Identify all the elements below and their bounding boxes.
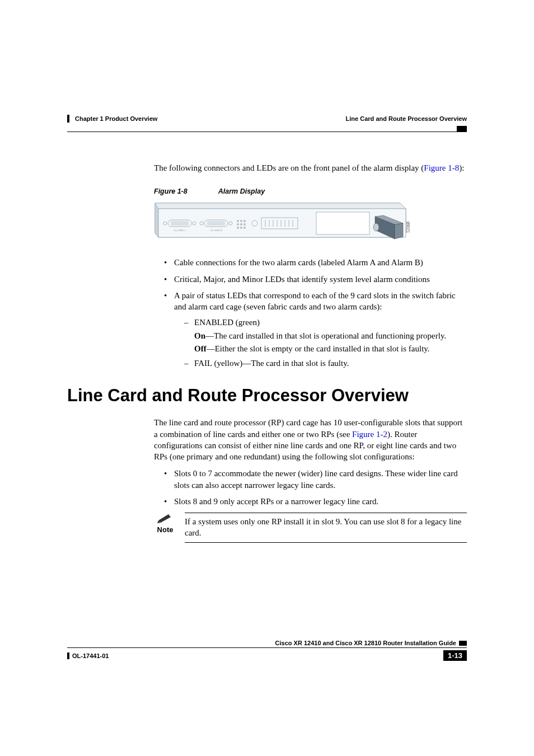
off-text: —Either the slot is empty or the card in… [207,344,430,353]
feature-list: Cable connections for the two alarm card… [154,257,467,369]
footer-marker-icon [459,641,467,646]
figure-link[interactable]: Figure 1-2 [352,430,387,439]
svg-rect-37 [316,212,369,234]
footer-bottom: OL-17441-01 1-13 [67,650,467,661]
figure-number: Figure 1-8 [154,187,188,195]
note-divider-bottom [185,542,467,543]
note-block: Note If a system uses only one RP instal… [154,513,467,543]
sub-list-item: ENABLED (green) On—The card installed in… [184,317,467,354]
on-description: On—The card installed in that slot is op… [194,330,467,341]
list-item: A pair of status LEDs that correspond to… [164,290,467,369]
main-paragraph: The line card and route processor (RP) c… [154,417,467,462]
svg-point-25 [240,227,242,229]
svg-point-21 [237,223,239,226]
alarm-display-diagram-icon: ALARM A ALARM B [154,202,411,247]
svg-point-20 [243,220,246,222]
note-content: If a system uses only one RP install it … [185,513,467,543]
figure-id-label: 53368 [406,222,411,233]
note-divider-top [185,513,467,513]
section-label: Line Card and Route Processor Overview [346,115,467,122]
list-item: Slots 8 and 9 only accept RPs or a narro… [164,496,467,507]
header-left: Chapter 1 Product Overview [67,115,157,123]
figure-alarm-display: ALARM A ALARM B [154,202,467,247]
alarm-a-label: ALARM A [174,229,186,232]
doc-id: OL-17441-01 [72,652,109,659]
svg-marker-1 [155,203,158,237]
page-footer: Cisco XR 12410 and Cisco XR 12810 Router… [67,640,467,661]
alarm-b-label: ALARM B [210,229,223,232]
slot-config-list: Slots 0 to 7 accommodate the newer (wide… [154,468,467,507]
figure-link[interactable]: Figure 1-8 [424,163,459,172]
svg-point-22 [240,223,242,226]
footer-left: OL-17441-01 [67,652,109,659]
off-label: Off [194,344,207,353]
footer-title-row: Cisco XR 12410 and Cisco XR 12810 Router… [67,640,467,646]
footer-bar-icon [67,652,69,659]
off-description: Off—Either the slot is empty or the card… [194,343,467,354]
section-heading: Line Card and Route Processor Overview [67,386,467,406]
list-item: Cable connections for the two alarm card… [164,257,467,268]
pencil-note-icon [157,513,173,524]
intro-after: ): [459,163,464,172]
note-label: Note [154,525,176,534]
page-number: 1-13 [443,650,467,661]
intro-paragraph: The following connectors and LEDs are on… [154,162,467,173]
page-header: Chapter 1 Product Overview Line Card and… [67,115,467,123]
svg-marker-39 [395,223,403,239]
svg-point-26 [243,227,246,229]
list-item: Slots 0 to 7 accommodate the newer (wide… [164,468,467,491]
note-text: If a system uses only one RP install it … [185,516,467,542]
header-right-marker-icon [457,126,467,132]
header-divider [67,124,467,132]
svg-point-19 [240,220,242,222]
list-item: Critical, Major, and Minor LEDs that ide… [164,274,467,285]
svg-point-23 [243,223,246,226]
on-text: —The card installed in that slot is oper… [205,331,446,340]
enabled-label: ENABLED (green) [194,318,260,327]
figure-caption: Figure 1-8Alarm Display [154,187,467,195]
svg-point-41 [373,223,379,231]
on-label: On [194,331,205,340]
note-icon-column: Note [154,513,176,543]
sub-list-item: FAIL (yellow)—The card in that slot is f… [184,358,467,369]
chapter-label: Chapter 1 Product Overview [75,115,157,122]
svg-marker-2 [155,203,406,209]
svg-point-18 [237,220,239,222]
list-item-text: A pair of status LEDs that correspond to… [174,291,456,311]
guide-title: Cisco XR 12410 and Cisco XR 12810 Router… [275,640,456,646]
header-bar-icon [67,115,69,123]
sub-list: ENABLED (green) On—The card installed in… [174,317,467,369]
footer-divider [67,647,467,648]
intro-text: The following connectors and LEDs are on… [154,163,424,172]
svg-point-24 [237,227,239,229]
figure-title: Alarm Display [218,187,265,195]
